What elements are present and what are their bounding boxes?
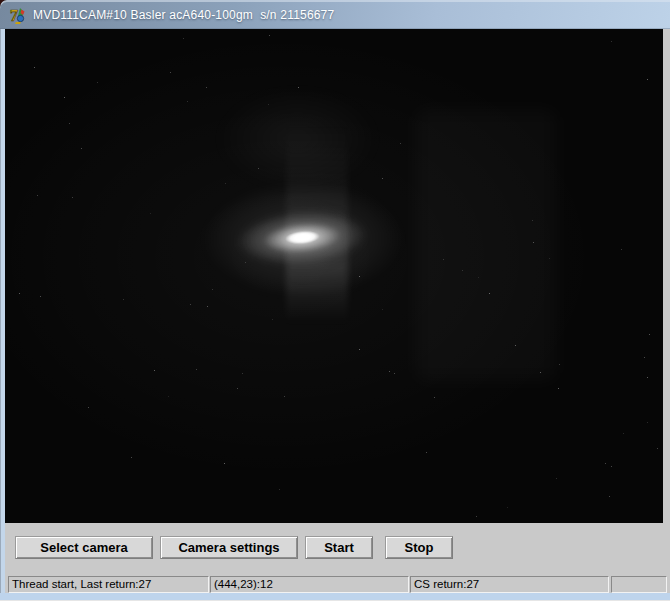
noise-speck — [187, 101, 188, 102]
screen: 7 MVD111CAM#10 Basler acA640-100gm s/n 2… — [0, 0, 670, 601]
client-area: Select camera Camera settings Start Stop… — [5, 29, 670, 593]
noise-speck — [644, 357, 645, 358]
noise-speck — [97, 82, 98, 83]
noise-speck — [206, 87, 207, 88]
noise-speck — [268, 104, 269, 105]
noise-speck — [609, 496, 610, 497]
noise-speck — [556, 478, 557, 479]
noise-speck — [237, 388, 238, 389]
noise-speck — [605, 463, 606, 464]
start-button[interactable]: Start — [305, 536, 373, 559]
delphi7-app-icon: 7 — [8, 6, 27, 25]
noise-speck — [123, 299, 124, 300]
noise-speck — [647, 79, 648, 80]
noise-speck — [532, 220, 533, 221]
noise-speck — [72, 197, 73, 198]
noise-speck — [190, 304, 191, 305]
window-title: MVD111CAM#10 Basler acA640-100gm s/n 211… — [33, 8, 334, 22]
noise-speck — [69, 123, 70, 124]
noise-speck — [623, 433, 624, 434]
noise-speck — [389, 371, 390, 372]
noise-speck — [462, 270, 463, 271]
noise-speck — [647, 377, 648, 378]
noise-speck — [168, 396, 169, 397]
noise-speck — [611, 41, 612, 42]
app-window: 7 MVD111CAM#10 Basler acA640-100gm s/n 2… — [0, 0, 670, 601]
noise-speck — [359, 349, 360, 350]
noise-speck — [443, 259, 444, 260]
noise-speck — [88, 407, 89, 408]
noise-speck — [279, 489, 280, 490]
status-panel-cs: CS return:27 — [410, 576, 609, 593]
noise-speck — [131, 457, 132, 458]
noise-speck — [558, 388, 559, 389]
noise-speck — [476, 516, 477, 517]
noise-speck — [154, 370, 155, 371]
noise-speck — [611, 466, 612, 467]
noise-speck — [170, 72, 171, 73]
noise-speck — [533, 242, 534, 243]
noise-speck — [400, 143, 401, 144]
noise-speck — [225, 183, 226, 184]
stop-button[interactable]: Stop — [385, 536, 453, 559]
noise-speck — [258, 168, 259, 169]
noise-speck — [649, 334, 650, 335]
noise-speck — [150, 213, 151, 214]
camera-image-view[interactable] — [5, 29, 663, 523]
noise-speck — [382, 309, 383, 310]
noise-speck — [647, 422, 648, 423]
noise-speck — [212, 289, 213, 290]
noise-speck — [34, 67, 35, 68]
noise-speck — [478, 277, 479, 278]
noise-speck — [434, 397, 435, 398]
noise-speck — [359, 276, 360, 277]
camera-settings-button[interactable]: Camera settings — [160, 536, 298, 559]
noise-speck — [40, 296, 41, 297]
noise-speck — [507, 507, 508, 508]
noise-speck — [657, 448, 658, 449]
noise-speck — [19, 293, 20, 294]
status-panel-thread: Thread start, Last return:27 — [8, 576, 209, 593]
noise-speck — [207, 306, 208, 307]
status-panel-extra — [611, 576, 667, 593]
noise-speck — [284, 396, 285, 397]
noise-speck — [272, 319, 273, 320]
window-frame-left — [0, 29, 5, 593]
noise-speck — [269, 35, 270, 36]
noise-speck — [382, 178, 383, 179]
noise-speck — [196, 369, 197, 370]
noise-speck — [298, 87, 299, 88]
noise-speck — [540, 372, 541, 373]
faint-right-band — [415, 109, 557, 381]
status-bar: Thread start, Last return:27 (444,23):12… — [5, 575, 670, 593]
noise-speck — [242, 373, 243, 374]
noise-speck — [64, 97, 65, 98]
noise-speck — [489, 293, 490, 294]
noise-speck — [245, 262, 246, 263]
noise-speck — [183, 38, 184, 39]
noise-speck — [81, 148, 82, 149]
status-panel-cursor: (444,23):12 — [210, 576, 409, 593]
noise-speck — [224, 463, 225, 464]
svg-text:7: 7 — [10, 7, 18, 24]
noise-speck — [426, 452, 427, 453]
noise-speck — [394, 373, 395, 374]
window-frame-bottom — [0, 593, 670, 600]
noise-speck — [559, 364, 560, 365]
select-camera-button[interactable]: Select camera — [15, 536, 153, 559]
noise-speck — [37, 195, 38, 196]
noise-speck — [621, 249, 622, 250]
noise-speck — [515, 345, 516, 346]
title-bar[interactable]: 7 MVD111CAM#10 Basler acA640-100gm s/n 2… — [0, 0, 670, 29]
noise-speck — [549, 258, 550, 259]
